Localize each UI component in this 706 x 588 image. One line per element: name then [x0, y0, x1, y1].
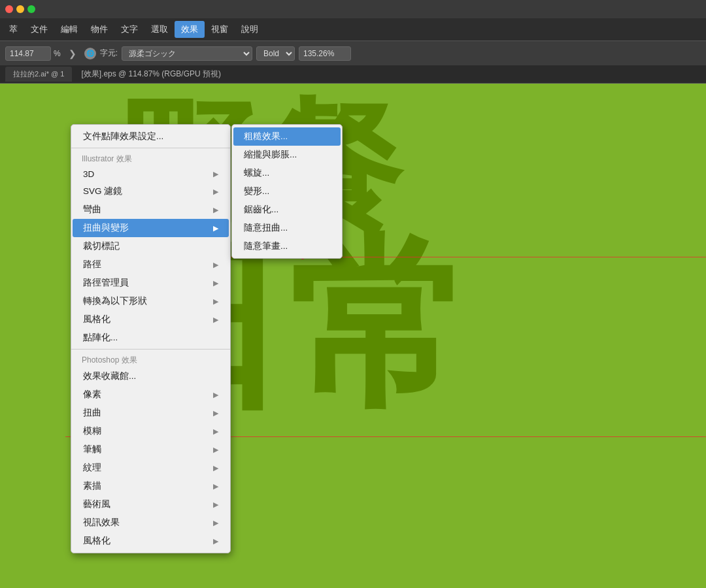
menu-item-convert-shape[interactable]: 轉換為以下形狀 ▶ [73, 292, 229, 310]
toolbar: % ❯ 🌐 字元: 源柔ゴシック Bold [0, 41, 706, 65]
menu-item-pixel[interactable]: 像素 ▶ [73, 385, 229, 404]
arrow-blur: ▶ [213, 427, 218, 436]
arrow-stylize-ps: ▶ [213, 537, 218, 546]
menu-item-svg-filter[interactable]: SVG 濾鏡 ▶ [73, 182, 229, 201]
menu-item-pathfinder[interactable]: 路徑管理員 ▶ [73, 274, 229, 292]
menu-item-select[interactable]: 選取 [144, 21, 175, 38]
arrow-distort-ps: ▶ [213, 409, 218, 417]
arrow-stylize: ▶ [213, 316, 218, 324]
file-info: [效果].eps @ 114.87% (RGB/GPU 預視) [81, 69, 221, 80]
arrow-3d: ▶ [213, 170, 218, 178]
separator-2 [71, 349, 230, 350]
menu-item-gallery[interactable]: 效果收藏館... [73, 367, 229, 385]
submenu-item-roughen[interactable]: 粗糙效果... [233, 127, 341, 146]
menu-item-window[interactable]: 說明 [235, 21, 265, 38]
arrow-path: ▶ [213, 261, 218, 269]
menu-item-doc-raster[interactable]: 文件點陣效果設定... [73, 127, 229, 146]
photoshop-label: Photoshop 效果 [71, 351, 230, 367]
menu-item-stylize-ps[interactable]: 風格化 ▶ [73, 532, 229, 550]
arrow-texture: ▶ [213, 464, 218, 472]
menu-item-app[interactable]: 萃 [3, 21, 24, 38]
menu-item-edit[interactable]: 編輯 [54, 21, 84, 38]
fullscreen-button[interactable] [27, 5, 35, 13]
font-label: 字元: [100, 48, 118, 59]
arrow-video: ▶ [213, 519, 218, 527]
arrow-sketch: ▶ [213, 482, 218, 491]
menu-item-distort-ps[interactable]: 扭曲 ▶ [73, 404, 229, 422]
separator-1 [71, 148, 230, 148]
arrow-stroke: ▶ [213, 446, 218, 454]
close-button[interactable] [5, 5, 13, 13]
font-name-select[interactable]: 源柔ゴシック [122, 46, 252, 61]
menu-item-3d[interactable]: 3D ▶ [73, 166, 229, 182]
font-globe-icon: 🌐 [84, 48, 96, 59]
arrow-pixel: ▶ [213, 391, 218, 399]
tab-bar: 拉拉的2.ai* @ 1 [效果].eps @ 114.87% (RGB/GPU… [0, 65, 706, 84]
menu-item-video[interactable]: 視訊效果 ▶ [73, 514, 229, 532]
top-bar [0, 0, 706, 18]
menu-item-crop-marks[interactable]: 裁切標記 [73, 237, 229, 255]
menu-item-rasterize[interactable]: 點陣化... [73, 329, 229, 347]
tab-label: 拉拉的2.ai* @ 1 [13, 70, 64, 78]
zoom-percent: % [54, 49, 61, 58]
menu-item-warp[interactable]: 彎曲 ▶ [73, 201, 229, 219]
font-weight-select[interactable]: Bold [256, 46, 295, 61]
submenu-distort: 粗糙效果... 縮攏與膨脹... 螺旋... 變形... 鋸齒化... 隨意扭曲… [231, 124, 343, 259]
menu-item-object[interactable]: 物件 [84, 21, 114, 38]
nav-arrow[interactable]: ❯ [65, 48, 80, 59]
menu-item-effect[interactable]: 效果 [175, 21, 205, 38]
menu-item-blur[interactable]: 模糊 ▶ [73, 422, 229, 440]
canvas: 野餐 日常 文件點陣效果設定... Illustrator 效果 3D ▶ SV… [0, 84, 706, 588]
menu-item-type[interactable]: 文字 [114, 21, 144, 38]
zoom-section: % [5, 46, 61, 61]
arrow-warp: ▶ [213, 206, 218, 214]
arrow-svg: ▶ [213, 188, 218, 196]
menu-item-view[interactable]: 視窗 [205, 21, 235, 38]
arrow-artistic: ▶ [213, 500, 218, 509]
menu-bar: 萃 文件 編輯 物件 文字 選取 效果 視窗 說明 [0, 18, 706, 41]
menu-item-file[interactable]: 文件 [24, 21, 54, 38]
effect-menu: 文件點陣效果設定... Illustrator 效果 3D ▶ SVG 濾鏡 ▶… [71, 124, 231, 553]
menu-item-stroke[interactable]: 筆觸 ▶ [73, 440, 229, 459]
illustrator-label: Illustrator 效果 [71, 150, 230, 166]
menu-item-doc-raster-label: 文件點陣效果設定... [83, 131, 163, 142]
menu-item-texture[interactable]: 紋理 ▶ [73, 459, 229, 477]
arrow-distort: ▶ [213, 224, 218, 233]
submenu-item-transform[interactable]: 變形... [233, 182, 341, 201]
minimize-button[interactable] [16, 5, 24, 13]
submenu-item-scribble[interactable]: 隨意筆畫... [233, 237, 341, 255]
file-tab[interactable]: 拉拉的2.ai* @ 1 [5, 67, 72, 82]
submenu-item-pucker-bloat[interactable]: 縮攏與膨脹... [233, 146, 341, 164]
zoom-input[interactable] [5, 46, 51, 61]
arrow-convert: ▶ [213, 297, 218, 306]
menu-item-distort[interactable]: 扭曲與變形 ▶ [73, 219, 229, 237]
arrow-pathfinder: ▶ [213, 279, 218, 287]
submenu-item-zig-zag[interactable]: 鋸齒化... [233, 201, 341, 219]
menu-item-sketch[interactable]: 素描 ▶ [73, 477, 229, 495]
font-size-input[interactable] [299, 46, 351, 61]
menu-item-path[interactable]: 路徑 ▶ [73, 255, 229, 274]
menu-item-artistic[interactable]: 藝術風 ▶ [73, 495, 229, 514]
menu-item-stylize[interactable]: 風格化 ▶ [73, 310, 229, 329]
submenu-item-free-distort[interactable]: 隨意扭曲... [233, 219, 341, 237]
window-controls [5, 5, 35, 13]
submenu-item-twirl[interactable]: 螺旋... [233, 164, 341, 182]
